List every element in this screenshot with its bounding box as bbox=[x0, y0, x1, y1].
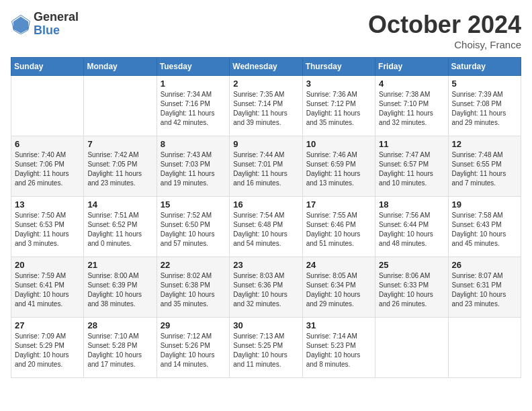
calendar-day-cell: 1Sunrise: 7:34 AM Sunset: 7:16 PM Daylig… bbox=[157, 76, 229, 136]
calendar-day-cell: 4Sunrise: 7:38 AM Sunset: 7:10 PM Daylig… bbox=[375, 76, 448, 136]
calendar-day-cell: 31Sunrise: 7:14 AM Sunset: 5:23 PM Dayli… bbox=[302, 318, 375, 378]
day-info: Sunrise: 7:59 AM Sunset: 6:41 PM Dayligh… bbox=[15, 271, 80, 309]
day-number: 14 bbox=[87, 199, 152, 210]
day-number: 12 bbox=[452, 139, 517, 149]
day-info: Sunrise: 7:36 AM Sunset: 7:12 PM Dayligh… bbox=[306, 90, 371, 128]
day-info: Sunrise: 7:52 AM Sunset: 6:50 PM Dayligh… bbox=[161, 211, 226, 248]
calendar-day-cell: 25Sunrise: 8:06 AM Sunset: 6:33 PM Dayli… bbox=[375, 257, 448, 318]
day-number: 4 bbox=[379, 79, 444, 89]
day-number: 29 bbox=[161, 320, 226, 330]
calendar-day-cell bbox=[84, 76, 157, 136]
day-info: Sunrise: 7:35 AM Sunset: 7:14 PM Dayligh… bbox=[233, 90, 298, 128]
day-info: Sunrise: 7:55 AM Sunset: 6:46 PM Dayligh… bbox=[306, 211, 371, 248]
calendar-day-cell: 23Sunrise: 8:03 AM Sunset: 6:36 PM Dayli… bbox=[230, 257, 302, 318]
weekday-header-cell: Sunday bbox=[11, 58, 84, 76]
calendar-day-cell: 30Sunrise: 7:13 AM Sunset: 5:25 PM Dayli… bbox=[230, 318, 302, 378]
day-info: Sunrise: 7:50 AM Sunset: 6:53 PM Dayligh… bbox=[15, 211, 80, 248]
day-number: 5 bbox=[452, 79, 517, 89]
logo: General Blue bbox=[11, 11, 79, 38]
day-number: 30 bbox=[233, 320, 298, 330]
day-number: 9 bbox=[233, 139, 298, 149]
logo-icon bbox=[11, 14, 31, 34]
day-number: 6 bbox=[15, 139, 80, 149]
day-info: Sunrise: 7:58 AM Sunset: 6:43 PM Dayligh… bbox=[452, 211, 517, 248]
calendar-day-cell: 13Sunrise: 7:50 AM Sunset: 6:53 PM Dayli… bbox=[11, 197, 84, 257]
weekday-header-row: SundayMondayTuesdayWednesdayThursdayFrid… bbox=[11, 58, 521, 76]
calendar-day-cell: 16Sunrise: 7:54 AM Sunset: 6:48 PM Dayli… bbox=[230, 197, 302, 257]
day-number: 17 bbox=[306, 199, 371, 210]
day-info: Sunrise: 7:48 AM Sunset: 6:55 PM Dayligh… bbox=[452, 150, 517, 188]
calendar-week-row: 20Sunrise: 7:59 AM Sunset: 6:41 PM Dayli… bbox=[11, 257, 521, 318]
day-info: Sunrise: 7:44 AM Sunset: 7:01 PM Dayligh… bbox=[233, 150, 298, 188]
svg-marker-0 bbox=[13, 17, 29, 34]
weekday-header-cell: Monday bbox=[84, 58, 157, 76]
calendar-day-cell bbox=[375, 318, 448, 378]
day-info: Sunrise: 7:46 AM Sunset: 6:59 PM Dayligh… bbox=[306, 150, 371, 188]
weekday-header-cell: Tuesday bbox=[157, 58, 229, 76]
day-number: 21 bbox=[87, 260, 152, 270]
calendar-day-cell: 26Sunrise: 8:07 AM Sunset: 6:31 PM Dayli… bbox=[448, 257, 521, 318]
calendar-day-cell: 15Sunrise: 7:52 AM Sunset: 6:50 PM Dayli… bbox=[157, 197, 229, 257]
day-info: Sunrise: 7:10 AM Sunset: 5:28 PM Dayligh… bbox=[87, 332, 152, 369]
calendar-day-cell: 19Sunrise: 7:58 AM Sunset: 6:43 PM Dayli… bbox=[448, 197, 521, 257]
calendar-day-cell: 21Sunrise: 8:00 AM Sunset: 6:39 PM Dayli… bbox=[84, 257, 157, 318]
day-info: Sunrise: 8:03 AM Sunset: 6:36 PM Dayligh… bbox=[233, 271, 298, 309]
page-header: General Blue October 2024 Choisy, France bbox=[11, 11, 521, 50]
day-info: Sunrise: 7:51 AM Sunset: 6:52 PM Dayligh… bbox=[87, 211, 152, 248]
day-info: Sunrise: 7:38 AM Sunset: 7:10 PM Dayligh… bbox=[379, 90, 444, 128]
day-number: 19 bbox=[452, 199, 517, 210]
calendar-week-row: 27Sunrise: 7:09 AM Sunset: 5:29 PM Dayli… bbox=[11, 318, 521, 378]
calendar-day-cell: 5Sunrise: 7:39 AM Sunset: 7:08 PM Daylig… bbox=[448, 76, 521, 136]
day-info: Sunrise: 8:05 AM Sunset: 6:34 PM Dayligh… bbox=[306, 271, 371, 309]
day-info: Sunrise: 7:56 AM Sunset: 6:44 PM Dayligh… bbox=[379, 211, 444, 248]
day-info: Sunrise: 8:00 AM Sunset: 6:39 PM Dayligh… bbox=[87, 271, 152, 309]
calendar-week-row: 1Sunrise: 7:34 AM Sunset: 7:16 PM Daylig… bbox=[11, 76, 521, 136]
calendar-week-row: 6Sunrise: 7:40 AM Sunset: 7:06 PM Daylig… bbox=[11, 136, 521, 197]
day-info: Sunrise: 8:07 AM Sunset: 6:31 PM Dayligh… bbox=[452, 271, 517, 309]
day-info: Sunrise: 7:34 AM Sunset: 7:16 PM Dayligh… bbox=[161, 90, 226, 128]
day-number: 15 bbox=[161, 199, 226, 210]
calendar-week-row: 13Sunrise: 7:50 AM Sunset: 6:53 PM Dayli… bbox=[11, 197, 521, 257]
title-block: October 2024 Choisy, France bbox=[368, 11, 521, 50]
day-info: Sunrise: 7:42 AM Sunset: 7:05 PM Dayligh… bbox=[87, 150, 152, 188]
day-number: 1 bbox=[161, 79, 226, 89]
day-number: 27 bbox=[15, 320, 80, 330]
weekday-header-cell: Friday bbox=[375, 58, 448, 76]
calendar-day-cell: 11Sunrise: 7:47 AM Sunset: 6:57 PM Dayli… bbox=[375, 136, 448, 197]
calendar-day-cell: 9Sunrise: 7:44 AM Sunset: 7:01 PM Daylig… bbox=[230, 136, 302, 197]
day-number: 8 bbox=[161, 139, 226, 149]
calendar-day-cell: 17Sunrise: 7:55 AM Sunset: 6:46 PM Dayli… bbox=[302, 197, 375, 257]
day-number: 25 bbox=[379, 260, 444, 270]
day-number: 20 bbox=[15, 260, 80, 270]
day-number: 3 bbox=[306, 79, 371, 89]
day-number: 11 bbox=[379, 139, 444, 149]
calendar-day-cell: 22Sunrise: 8:02 AM Sunset: 6:38 PM Dayli… bbox=[157, 257, 229, 318]
day-number: 2 bbox=[233, 79, 298, 89]
day-number: 13 bbox=[15, 199, 80, 210]
calendar-day-cell: 27Sunrise: 7:09 AM Sunset: 5:29 PM Dayli… bbox=[11, 318, 84, 378]
day-info: Sunrise: 7:13 AM Sunset: 5:25 PM Dayligh… bbox=[233, 332, 298, 369]
location: Choisy, France bbox=[368, 39, 521, 50]
calendar-day-cell: 29Sunrise: 7:12 AM Sunset: 5:26 PM Dayli… bbox=[157, 318, 229, 378]
calendar-day-cell: 20Sunrise: 7:59 AM Sunset: 6:41 PM Dayli… bbox=[11, 257, 84, 318]
calendar-day-cell: 3Sunrise: 7:36 AM Sunset: 7:12 PM Daylig… bbox=[302, 76, 375, 136]
weekday-header-cell: Wednesday bbox=[230, 58, 302, 76]
calendar-day-cell: 24Sunrise: 8:05 AM Sunset: 6:34 PM Dayli… bbox=[302, 257, 375, 318]
day-number: 10 bbox=[306, 139, 371, 149]
calendar-day-cell bbox=[448, 318, 521, 378]
calendar-day-cell: 6Sunrise: 7:40 AM Sunset: 7:06 PM Daylig… bbox=[11, 136, 84, 197]
calendar-day-cell: 28Sunrise: 7:10 AM Sunset: 5:28 PM Dayli… bbox=[84, 318, 157, 378]
calendar-table: SundayMondayTuesdayWednesdayThursdayFrid… bbox=[11, 57, 521, 378]
day-info: Sunrise: 7:43 AM Sunset: 7:03 PM Dayligh… bbox=[161, 150, 226, 188]
calendar-day-cell: 12Sunrise: 7:48 AM Sunset: 6:55 PM Dayli… bbox=[448, 136, 521, 197]
calendar-day-cell: 10Sunrise: 7:46 AM Sunset: 6:59 PM Dayli… bbox=[302, 136, 375, 197]
day-info: Sunrise: 8:02 AM Sunset: 6:38 PM Dayligh… bbox=[161, 271, 226, 309]
calendar-day-cell: 18Sunrise: 7:56 AM Sunset: 6:44 PM Dayli… bbox=[375, 197, 448, 257]
logo-line2: Blue bbox=[34, 24, 79, 38]
day-number: 28 bbox=[87, 320, 152, 330]
day-number: 23 bbox=[233, 260, 298, 270]
calendar-day-cell: 14Sunrise: 7:51 AM Sunset: 6:52 PM Dayli… bbox=[84, 197, 157, 257]
day-number: 24 bbox=[306, 260, 371, 270]
day-info: Sunrise: 7:14 AM Sunset: 5:23 PM Dayligh… bbox=[306, 332, 371, 369]
calendar-body: 1Sunrise: 7:34 AM Sunset: 7:16 PM Daylig… bbox=[11, 76, 521, 378]
